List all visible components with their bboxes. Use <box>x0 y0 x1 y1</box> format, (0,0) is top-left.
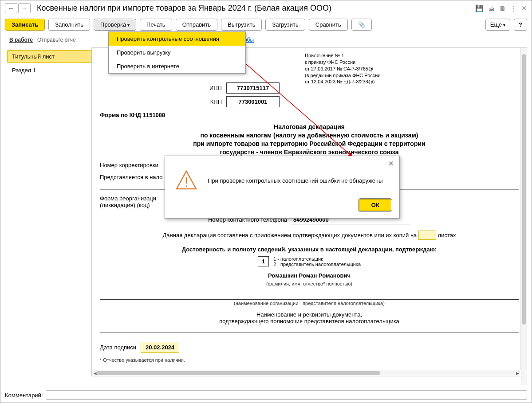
check-dropdown: Проверить контрольные соотношения Провер… <box>108 31 246 74</box>
send-button[interactable]: Отправить <box>176 19 217 31</box>
preview-icon[interactable]: 🗎 <box>499 4 506 12</box>
docname-l1: Наименование и реквизиты документа, <box>100 311 519 318</box>
status-link[interactable]: В работе <box>9 37 33 43</box>
comment-input[interactable] <box>46 390 528 400</box>
doc-scrollbar-horizontal[interactable]: ◀ ▶ <box>92 370 520 376</box>
dropdown-check-export[interactable]: Проверить выгрузку <box>109 46 245 59</box>
doc-title-l3: при импорте товаров на территорию Россий… <box>100 140 519 148</box>
save-icon[interactable]: 💾 <box>475 4 484 12</box>
org-field[interactable] <box>100 291 519 300</box>
dropdown-check-internet[interactable]: Проверить в интернете <box>109 59 245 73</box>
more-button[interactable]: Еще <box>485 19 510 31</box>
submit-label: Представляется в нало <box>100 174 163 180</box>
kpp-label: КПП <box>197 98 222 105</box>
person-sub: (фамилия, имя, отчество* полностью) <box>100 281 519 286</box>
comment-label: Комментарий: <box>5 392 43 399</box>
reorg-label-l1: Форма реорганизаци <box>100 195 156 202</box>
dropdown-check-ratios[interactable]: Проверить контрольные соотношения <box>109 32 245 46</box>
print-button[interactable]: Печать <box>140 19 172 31</box>
org-sub: (наименование организации - представител… <box>100 301 519 306</box>
fill-button[interactable]: Заполнить <box>48 19 90 31</box>
status-text: Отправьте отче <box>37 37 76 43</box>
inn-field[interactable]: 7730715117 <box>226 82 280 94</box>
tab-section-1[interactable]: Раздел 1 <box>7 64 91 77</box>
write-button[interactable]: Записать <box>5 19 45 31</box>
print-icon[interactable]: 🖶 <box>488 4 495 12</box>
nav-back-button[interactable]: ← <box>5 3 17 13</box>
nav-forward-button[interactable]: → <box>18 3 31 13</box>
conf-opt1: 1 - налогоплательщик <box>273 256 361 262</box>
warning-icon <box>176 169 197 192</box>
tab-title-page[interactable]: Титульный лист <box>7 50 91 63</box>
conf-title: Достоверность и полноту сведений, указан… <box>100 246 519 253</box>
sig-label: Дата подписи <box>100 344 136 351</box>
conf-opt2: 2 - представитель налогоплательщика <box>273 262 361 267</box>
result-dialog: ✕ При проверке контрольных соотношений о… <box>165 156 400 219</box>
reorg-label-l2: (ликвидация) (код) <box>100 202 156 208</box>
sig-date-field[interactable]: 20.02.2024 <box>141 342 179 353</box>
appendix-info: Приложение № 1 к приказу ФНС России от 2… <box>305 52 381 85</box>
window-title: Косвенные налоги при импорте товаров за … <box>37 4 475 13</box>
conf-value-field[interactable]: 1 <box>258 256 269 266</box>
pages-field[interactable] <box>418 231 436 240</box>
main-scrollbar-vertical[interactable] <box>521 53 527 385</box>
close-icon[interactable]: ✕ <box>521 4 527 12</box>
dialog-close-icon[interactable]: ✕ <box>388 160 394 168</box>
decl-text-2: листах <box>438 232 456 239</box>
doc-title-l1: Налоговая декларация <box>100 123 519 131</box>
form-code: Форма по КНД 1151088 <box>100 112 519 118</box>
dialog-message: При проверке контрольных соотношений оши… <box>208 177 383 184</box>
kebab-icon[interactable]: ⋮ <box>510 4 517 12</box>
kpp-field[interactable]: 773001001 <box>226 96 280 107</box>
decl-text-1: Данная декларация составлена с приложени… <box>163 232 417 239</box>
footnote: * Отчество указывается при наличии. <box>100 357 519 363</box>
import-button[interactable]: Загрузить <box>265 19 305 31</box>
doc-title-l4: государств - членов Евразийского экономи… <box>100 148 519 157</box>
person-field[interactable]: Ромашкин Роман Романович <box>100 271 519 280</box>
attach-button[interactable]: 📎 <box>351 19 372 31</box>
corr-label: Номер корректировки <box>100 162 158 168</box>
dialog-ok-button[interactable]: ОК <box>359 199 391 211</box>
compare-button[interactable]: Сравнить <box>309 19 348 31</box>
inn-label: ИНН <box>197 85 222 91</box>
docname-l2: подтверждающего полномочия представителя… <box>100 318 519 325</box>
export-button[interactable]: Выгрузить <box>221 19 262 31</box>
svg-point-2 <box>185 185 187 187</box>
help-button[interactable]: ? <box>514 19 527 31</box>
doc-title-l2: по косвенным налогам (налогу на добавлен… <box>100 131 519 140</box>
check-button[interactable]: Проверка <box>94 19 136 31</box>
